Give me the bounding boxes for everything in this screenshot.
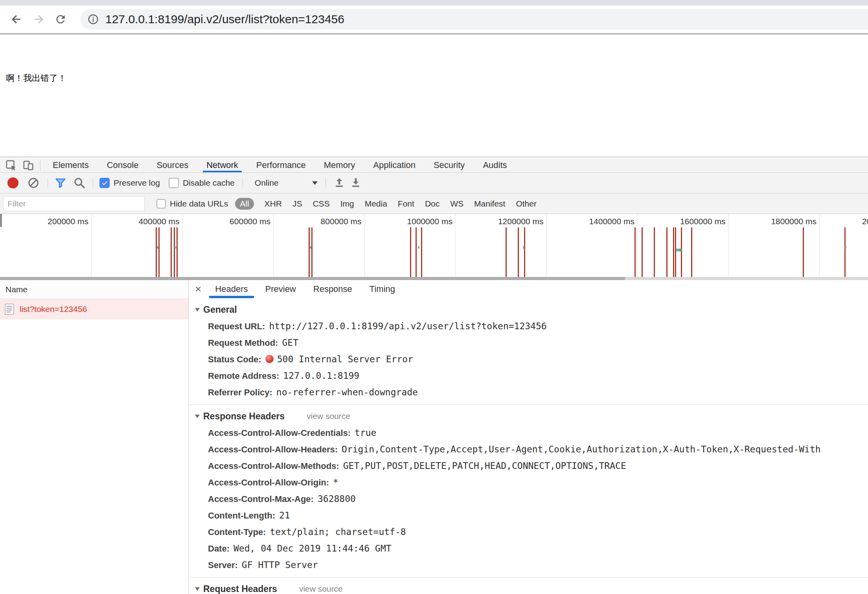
- overview-gridline: [546, 214, 547, 277]
- separator: [326, 178, 326, 188]
- hide-data-urls-checkbox[interactable]: [156, 199, 166, 208]
- header-value: http://127.0.0.1:8199/api.v2/user/list?t…: [269, 321, 546, 331]
- tab-response[interactable]: Response: [305, 280, 360, 298]
- tab-audits[interactable]: Audits: [474, 158, 516, 172]
- type-filter-xhr[interactable]: XHR: [265, 199, 282, 208]
- header-row: Server:GF HTTP Server: [208, 557, 868, 573]
- tab-preview[interactable]: Preview: [257, 280, 304, 298]
- inspect-element-button[interactable]: [2, 159, 20, 172]
- overview-request-bar: [416, 227, 417, 277]
- tab-security[interactable]: Security: [425, 158, 474, 172]
- network-main: Name list?token=123456 × Headers Preview…: [0, 280, 868, 594]
- overview-request-bar: [524, 227, 525, 277]
- clear-button[interactable]: [26, 175, 41, 191]
- overview-request-bar: [171, 227, 172, 277]
- disable-cache-checkbox[interactable]: [169, 178, 179, 188]
- header-row: Content-Type:text/plain; charset=utf-8: [208, 524, 868, 540]
- type-filter-css[interactable]: CSS: [313, 199, 329, 208]
- tab-timing[interactable]: Timing: [361, 280, 403, 298]
- request-details-pane: × Headers Preview Response Timing Genera…: [189, 280, 868, 594]
- upload-icon: [333, 177, 346, 189]
- general-section-header[interactable]: General: [195, 303, 868, 316]
- header-label: Referrer Policy:: [208, 387, 272, 397]
- device-toolbar-button[interactable]: [20, 159, 37, 172]
- request-row[interactable]: list?token=123456: [0, 299, 188, 319]
- header-row: Access-Control-Allow-Methods:GET,PUT,POS…: [208, 457, 868, 474]
- tab-performance[interactable]: Performance: [247, 158, 315, 172]
- type-filter-img[interactable]: Img: [340, 199, 354, 208]
- devtools-tabbar: Elements Console Sources Network Perform…: [0, 158, 868, 173]
- horizontal-splitter[interactable]: [0, 277, 868, 280]
- header-label: Access-Control-Allow-Headers:: [208, 445, 338, 454]
- view-source-link[interactable]: view source: [307, 411, 350, 421]
- tab-network[interactable]: Network: [197, 158, 247, 172]
- tab-headers[interactable]: Headers: [207, 280, 256, 298]
- back-arrow-icon: [10, 13, 23, 26]
- tab-console[interactable]: Console: [98, 158, 148, 172]
- url-input[interactable]: [105, 13, 868, 26]
- tab-application[interactable]: Application: [364, 158, 425, 172]
- header-value: text/plain; charset=utf-8: [270, 527, 406, 537]
- overview-tick-label: 800000 ms: [300, 217, 362, 226]
- overview-gray-mark: [310, 246, 311, 249]
- header-row: Status Code:500 Internal Server Error: [208, 351, 868, 367]
- header-value: Wed, 04 Dec 2019 11:44:46 GMT: [234, 543, 392, 553]
- view-source-link[interactable]: view source: [299, 584, 343, 594]
- address-bar[interactable]: [80, 9, 868, 30]
- network-overview[interactable]: 200000 ms400000 ms600000 ms800000 ms1000…: [0, 214, 868, 277]
- overview-gridline: [728, 214, 729, 277]
- header-label: Status Code:: [208, 354, 261, 364]
- response-headers-section-header[interactable]: Response Headers view source: [195, 410, 868, 423]
- overview-scrollbar-thumb[interactable]: [0, 277, 625, 280]
- overview-tick-label: 1600000 ms: [664, 217, 726, 226]
- request-headers-section-header[interactable]: Request Headers view source: [195, 582, 868, 594]
- reload-button[interactable]: [50, 8, 72, 30]
- tab-memory[interactable]: Memory: [315, 158, 364, 172]
- export-har-button[interactable]: [348, 175, 364, 191]
- preserve-log-label[interactable]: Preserve log: [114, 178, 160, 188]
- overview-request-bar: [654, 227, 655, 277]
- overview-request-bar: [844, 227, 846, 277]
- separator: [243, 178, 243, 188]
- section-separator: [189, 577, 868, 577]
- type-filter-js[interactable]: JS: [292, 199, 302, 208]
- inspect-cursor-icon: [5, 159, 17, 171]
- type-filter-ws[interactable]: WS: [450, 199, 463, 208]
- name-column-header[interactable]: Name: [0, 280, 188, 299]
- tab-sources[interactable]: Sources: [147, 158, 197, 172]
- disable-cache-label[interactable]: Disable cache: [183, 178, 235, 188]
- overview-request-bar: [518, 227, 519, 277]
- hide-data-urls-label[interactable]: Hide data URLs: [170, 199, 228, 208]
- back-button[interactable]: [6, 8, 28, 30]
- disclosure-triangle-icon: [195, 308, 200, 312]
- header-value: GET: [282, 338, 298, 348]
- filter-input[interactable]: [3, 196, 145, 211]
- type-filter-manifest[interactable]: Manifest: [474, 199, 505, 208]
- header-row: Request Method:GET: [208, 334, 868, 351]
- close-icon[interactable]: ×: [195, 284, 201, 295]
- overview-request-bar: [174, 227, 175, 277]
- overview-blue-mark: [676, 249, 679, 251]
- forward-button[interactable]: [28, 8, 50, 30]
- header-label: Access-Control-Allow-Methods:: [208, 461, 339, 471]
- overview-request-bar: [666, 227, 668, 277]
- record-button[interactable]: [7, 177, 18, 188]
- type-filter-other[interactable]: Other: [516, 199, 537, 208]
- type-filter-doc[interactable]: Doc: [425, 199, 440, 208]
- type-filter-all[interactable]: All: [235, 198, 254, 210]
- request-name: list?token=123456: [20, 304, 87, 314]
- throttling-dropdown[interactable]: Online: [255, 178, 318, 188]
- section-separator: [189, 404, 868, 405]
- headers-content: General Request URL:http://127.0.0.1:819…: [189, 298, 868, 594]
- import-har-button[interactable]: [331, 175, 347, 191]
- preserve-log-checkbox[interactable]: [99, 178, 110, 188]
- info-icon[interactable]: [87, 13, 99, 25]
- tab-elements[interactable]: Elements: [44, 158, 98, 172]
- overview-tick-label: 1400000 ms: [572, 217, 634, 226]
- overview-left-nub: [0, 214, 2, 227]
- details-tabbar: × Headers Preview Response Timing: [189, 280, 868, 298]
- search-button[interactable]: [72, 175, 87, 191]
- type-filter-media[interactable]: Media: [365, 199, 387, 208]
- filter-toggle-button[interactable]: [53, 175, 68, 191]
- type-filter-font[interactable]: Font: [398, 199, 414, 208]
